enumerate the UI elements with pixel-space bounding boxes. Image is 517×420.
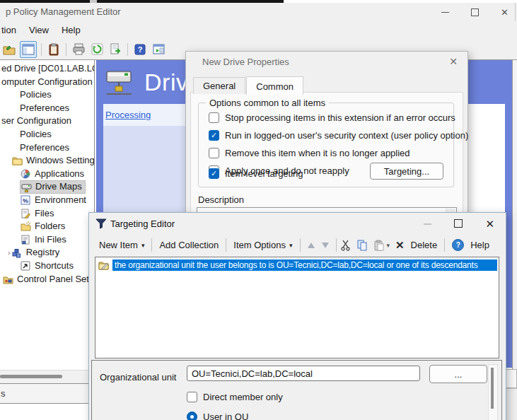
checkbox-row-run-in-context[interactable]: ✓ Run in logged-on user's security conte… bbox=[209, 130, 468, 141]
move-down-icon[interactable] bbox=[322, 243, 329, 248]
direct-member-checkbox-row[interactable]: ✓ Direct member only bbox=[187, 392, 283, 402]
targeting-editor-dialog: Targeting Editor ✕ New Item ▾ Add Collec… bbox=[88, 212, 506, 420]
maximize-icon[interactable] bbox=[471, 8, 479, 16]
move-up-icon[interactable] bbox=[308, 243, 315, 248]
scrollbar-thumb[interactable] bbox=[0, 375, 62, 378]
tab-general[interactable]: General bbox=[193, 77, 245, 94]
console-tree: ed Drive [DC01.LAB.LOCA omputer Configur… bbox=[0, 60, 95, 370]
close-icon[interactable]: ✕ bbox=[485, 218, 494, 231]
dialog-titlebar: New Drive Properties ✕ bbox=[186, 52, 467, 73]
toolbar-separator bbox=[444, 238, 445, 252]
cut-icon[interactable] bbox=[340, 240, 352, 251]
selected-tree-item: Drive Maps bbox=[20, 180, 86, 194]
tree-item-preferences[interactable]: Preferences bbox=[0, 102, 94, 115]
add-collection-button[interactable]: Add Collection bbox=[156, 238, 222, 252]
funnel-icon bbox=[95, 218, 107, 229]
tree-horizontal-scrollbar[interactable] bbox=[0, 370, 95, 383]
maximize-icon[interactable] bbox=[454, 219, 463, 228]
tree-item-windows-settings[interactable]: Windows Settings bbox=[0, 154, 94, 168]
help-icon[interactable]: ? bbox=[132, 42, 148, 57]
checkbox-icon[interactable]: ✓ bbox=[209, 168, 219, 179]
delete-x-icon: ✕ bbox=[395, 239, 405, 252]
radio-icon[interactable] bbox=[187, 412, 197, 420]
dialog-title: Targeting Editor bbox=[110, 218, 175, 229]
tree-item-drive-maps[interactable]: Drive Maps bbox=[0, 180, 94, 194]
tree-item-shortcuts[interactable]: Shortcuts bbox=[0, 259, 94, 273]
checkbox-row-remove-item[interactable]: ✓ Remove this item when it is no longer … bbox=[209, 148, 410, 158]
svg-text:%: % bbox=[23, 197, 28, 204]
tree-item-policies[interactable]: Policies bbox=[0, 88, 94, 102]
printer-icon[interactable] bbox=[71, 42, 86, 57]
targeting-toolbar: New Item ▾ Add Collection Item Options ▾… bbox=[89, 235, 506, 255]
panel-scrollbar[interactable] bbox=[488, 364, 498, 420]
organizational-unit-input[interactable] bbox=[187, 366, 420, 381]
registry-icon bbox=[12, 248, 23, 258]
copy-icon[interactable] bbox=[356, 240, 368, 251]
user-in-ou-radio-row[interactable]: User in OU bbox=[187, 412, 248, 420]
toolbar-separator bbox=[127, 43, 128, 56]
tree-item-control-panel[interactable]: Control Panel Sett bbox=[0, 273, 94, 286]
tree-item-computer-configuration[interactable]: omputer Configuration bbox=[0, 76, 94, 89]
checkbox-row-item-level-targeting[interactable]: ✓ Item-level targeting bbox=[209, 168, 303, 179]
files-icon bbox=[21, 209, 31, 218]
browse-button[interactable]: ... bbox=[429, 365, 487, 383]
tree-item-policies[interactable]: Policies bbox=[0, 128, 94, 141]
close-icon[interactable]: ✕ bbox=[501, 8, 509, 17]
paste-dropdown-icon[interactable]: ▾ bbox=[387, 242, 390, 249]
close-icon[interactable]: ✕ bbox=[449, 56, 458, 67]
menu-help[interactable]: Help bbox=[55, 23, 87, 37]
organizational-unit-icon bbox=[98, 260, 110, 270]
tree-item-user-configuration[interactable]: ser Configuration bbox=[0, 115, 94, 128]
toolbar-separator bbox=[66, 43, 66, 56]
tab-strip: General Common bbox=[193, 76, 304, 94]
description-label: Description bbox=[198, 194, 244, 205]
checkbox-icon[interactable]: ✓ bbox=[209, 112, 219, 123]
menu-action[interactable]: tion bbox=[0, 23, 23, 37]
toolbar-separator bbox=[151, 238, 152, 252]
scrollbar-thumb[interactable] bbox=[491, 368, 494, 409]
tree-item-files[interactable]: Files bbox=[0, 207, 94, 221]
checkbox-icon[interactable]: ✓ bbox=[209, 130, 219, 141]
minimize-icon[interactable] bbox=[441, 12, 449, 13]
minimize-icon[interactable] bbox=[424, 223, 431, 225]
export-list-icon[interactable] bbox=[108, 42, 123, 57]
ini-files-icon bbox=[21, 235, 31, 245]
processing-link[interactable]: Processing bbox=[105, 110, 151, 120]
tab-common[interactable]: Common bbox=[246, 76, 303, 95]
paste-icon[interactable] bbox=[373, 240, 385, 251]
tree-item-folders[interactable]: Folders bbox=[0, 220, 94, 233]
screen: p Policy Management Editor ✕ tion View H… bbox=[0, 0, 517, 420]
clipboard-icon[interactable] bbox=[46, 42, 62, 57]
status-text: s bbox=[1, 388, 6, 399]
targeting-list-item[interactable]: the organizational unit the user belongs… bbox=[98, 259, 497, 271]
checkbox-icon[interactable]: ✓ bbox=[209, 148, 219, 158]
targeting-button[interactable]: Targeting... bbox=[370, 163, 443, 180]
svg-text:?: ? bbox=[138, 45, 143, 54]
tree-item-preferences[interactable]: Preferences bbox=[0, 141, 94, 155]
menu-view[interactable]: View bbox=[23, 23, 55, 37]
applications-icon bbox=[21, 169, 31, 179]
console-tree-toggle-icon[interactable] bbox=[20, 41, 37, 58]
chevron-right-icon[interactable]: › bbox=[8, 246, 11, 259]
tree-item-root[interactable]: ed Drive [DC01.LAB.LOCA bbox=[0, 62, 94, 76]
help-button[interactable]: ? Help bbox=[448, 237, 493, 253]
checkbox-icon[interactable]: ✓ bbox=[187, 392, 197, 402]
refresh-icon[interactable] bbox=[89, 42, 105, 57]
item-detail-panel: Organizational unit ... ✓ Direct member … bbox=[91, 360, 502, 420]
tree-item-ini-files[interactable]: Ini Files bbox=[0, 233, 94, 247]
delete-button[interactable]: ✕ Delete bbox=[394, 237, 441, 254]
toolbar-separator bbox=[41, 43, 42, 56]
tree-item-applications[interactable]: Applications bbox=[0, 168, 94, 181]
checkbox-row-stop-processing[interactable]: ✓ Stop processing items in this extensio… bbox=[209, 112, 455, 123]
open-folder-icon[interactable] bbox=[1, 42, 17, 57]
item-options-button[interactable]: Item Options ▾ bbox=[230, 238, 296, 252]
tree-item-environment[interactable]: % Environment bbox=[0, 194, 94, 207]
new-window-icon[interactable] bbox=[151, 42, 166, 57]
new-item-button[interactable]: New Item ▾ bbox=[95, 238, 148, 252]
toolbar-separator bbox=[226, 238, 226, 252]
targeting-items-list[interactable]: the organizational unit the user belongs… bbox=[95, 257, 499, 358]
checkbox-label: Stop processing items in this extension … bbox=[225, 112, 455, 123]
chevron-down-icon: ▾ bbox=[289, 242, 293, 249]
tree-item-registry[interactable]: › Registry bbox=[0, 246, 94, 259]
drive-icon bbox=[21, 182, 32, 192]
